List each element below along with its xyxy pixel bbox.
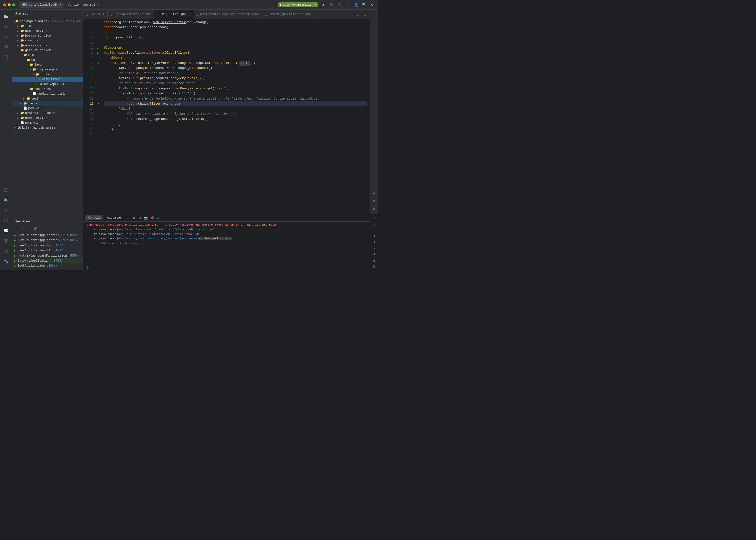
- minimize-button[interactable]: [8, 3, 11, 6]
- build-button[interactable]: 🔨: [337, 2, 342, 7]
- tree-item-borrow-service[interactable]: ▶ 📂 borrow-service: [12, 33, 83, 38]
- tree-item-external-libraries[interactable]: ▶ 📚 External Libraries: [12, 125, 83, 130]
- console-align-top[interactable]: ⬆: [372, 233, 377, 238]
- right-icon-1[interactable]: ≡: [371, 182, 377, 188]
- version-control-button[interactable]: Version control ▾: [68, 3, 99, 7]
- services-add[interactable]: +: [39, 226, 44, 231]
- right-scroll-down[interactable]: ↓: [371, 29, 377, 35]
- tree-item-pom-gateway[interactable]: ▶ 📄 pom.xml: [12, 106, 83, 111]
- service-item-hystrix[interactable]: ▶ HystrixDashBoardApplication :8900/: [12, 253, 83, 258]
- service-item-gateway[interactable]: ▶ GatewayApplication :8500/: [12, 258, 83, 263]
- service-item-user02[interactable]: ▶ UserApplication-02 :8102/: [12, 243, 83, 248]
- console-camera[interactable]: 📷: [144, 215, 149, 220]
- tree-item-commons[interactable]: ▶ 📂 commons: [12, 38, 83, 43]
- settings-icon[interactable]: ⚙: [370, 2, 375, 7]
- console-down[interactable]: ↓: [372, 221, 377, 226]
- console-tab-console[interactable]: Console: [85, 215, 103, 220]
- sidebar-item-bookmarks[interactable]: [2, 53, 11, 62]
- tree-item-book-service[interactable]: ▶ 📂 book-service: [12, 29, 83, 33]
- sidebar-item-git[interactable]: [2, 247, 11, 256]
- console-pin[interactable]: 📌: [150, 215, 155, 220]
- sidebar-item-vcs[interactable]: [2, 22, 11, 31]
- tree-item-filter[interactable]: ▾ 📂 filter: [12, 72, 83, 77]
- sidebar-item-gradle[interactable]: 🔧: [2, 257, 11, 266]
- run-config-button[interactable]: ▶ GatewayApplication ▾: [278, 2, 318, 7]
- service-item-user01[interactable]: ▶ UserApplication-01 :8101/: [12, 248, 83, 253]
- tree-item-idea[interactable]: ▶ 📂 .idea: [12, 24, 83, 29]
- tab-testfilter[interactable]: ☕ TestFilter.java ✕: [154, 10, 194, 19]
- service-item-book[interactable]: ▶ BookApplication :8081/: [12, 263, 83, 268]
- tree-item-org-example[interactable]: ▾ 📂 org.example: [12, 67, 83, 72]
- tree-eureka-server-name: eureka-server: [25, 44, 49, 47]
- tree-item-root[interactable]: ▾ 📁 springCloudStudy ~/Desktop/CS/JavaEl: [12, 19, 83, 24]
- tab-more-icon[interactable]: ⋯: [362, 13, 368, 19]
- sidebar-toggle-project[interactable]: [2, 12, 11, 21]
- sidebar-item-more[interactable]: ⋯: [2, 160, 11, 169]
- check-icon[interactable]: ✓: [370, 13, 376, 19]
- user-icon[interactable]: 👤: [354, 2, 359, 7]
- sidebar-item-commits[interactable]: [2, 32, 11, 41]
- code-content[interactable]: import org.springframework.web.server.Se…: [101, 19, 370, 214]
- console-icon-7[interactable]: 🖨: [372, 258, 377, 263]
- more-button[interactable]: ⋯: [346, 2, 351, 7]
- tree-item-eureka-server[interactable]: ▶ 📂 eureka-server: [12, 43, 83, 48]
- tree-item-gateway-server[interactable]: ▾ 📂 gateway-server: [12, 48, 83, 53]
- tab-gateway-app[interactable]: ☕ GatewayApplication.java: [262, 10, 314, 19]
- sidebar-item-plugins[interactable]: [2, 42, 11, 52]
- search-icon[interactable]: 🔍: [362, 2, 367, 7]
- tab-close-icon[interactable]: ✕: [189, 13, 191, 16]
- debug-button[interactable]: 🐞: [329, 2, 334, 7]
- console-stop[interactable]: ⏹: [131, 215, 136, 220]
- tree-item-user-service[interactable]: ▶ 📂 user-service: [12, 115, 83, 120]
- code-line-28: }: [104, 127, 367, 132]
- sidebar-item-terminal[interactable]: [2, 186, 11, 195]
- svg-rect-12: [5, 47, 6, 48]
- services-pin[interactable]: 📌: [33, 226, 38, 231]
- sidebar-item-problems[interactable]: ⚠: [2, 175, 11, 185]
- tree-item-src[interactable]: ▾ 📂 src: [12, 53, 83, 58]
- services-filter[interactable]: ⊞: [27, 226, 32, 231]
- tab-book-application[interactable]: ☕ BookApplication.java: [108, 10, 154, 19]
- maximize-button[interactable]: [12, 3, 15, 6]
- console-icon-5[interactable]: ≡: [372, 246, 377, 251]
- sidebar-item-structure[interactable]: [2, 236, 11, 246]
- services-stop-all[interactable]: ✕: [20, 226, 26, 231]
- console-trash[interactable]: 🗑: [372, 264, 377, 269]
- console-clear[interactable]: 🗑: [137, 215, 143, 220]
- console-icon-6[interactable]: ≣: [372, 252, 377, 257]
- sidebar-item-database[interactable]: [2, 216, 11, 225]
- console-wrap[interactable]: ⇄: [156, 215, 161, 220]
- tree-item-application-yml[interactable]: ▶ 📄 application.yml: [12, 91, 83, 96]
- tree-item-main[interactable]: ▾ 📂 main: [12, 58, 83, 63]
- run-button[interactable]: ▶: [321, 2, 326, 7]
- tree-item-target[interactable]: ▶ 📂 target: [12, 101, 83, 106]
- right-icon-4[interactable]: 🗑: [371, 206, 377, 212]
- close-button[interactable]: [3, 3, 6, 6]
- tree-item-java[interactable]: ▾ 📂 java: [12, 63, 83, 67]
- tree-item-hystrix[interactable]: ▶ 📂 hystrix-dashboard: [12, 111, 83, 115]
- tree-item-test[interactable]: ▶ 📂 test: [12, 96, 83, 101]
- right-scroll-up[interactable]: ↑: [371, 21, 377, 27]
- service-item-eureka01[interactable]: ▶ EurekaServerApplication-01 :8801/: [12, 238, 83, 243]
- console-tab-actuator[interactable]: Actuator: [104, 215, 124, 220]
- console-restart[interactable]: ↺: [125, 215, 130, 220]
- tree-item-gateway-application[interactable]: ▶ ☕ GatewayApplication: [12, 82, 83, 86]
- console-more[interactable]: ⋯: [162, 215, 167, 220]
- services-collapse-all[interactable]: ⬆: [14, 226, 19, 231]
- console-align-bottom[interactable]: ⬇: [372, 239, 377, 244]
- tab-hystrix-app[interactable]: ☕ HystrixDashBoardApplication.java: [194, 10, 262, 19]
- sidebar-item-ai[interactable]: 💬: [2, 226, 11, 235]
- tree-item-pom-root[interactable]: ▶ 📄 pom.xml: [12, 120, 83, 125]
- right-icon-3[interactable]: 🖨: [371, 198, 377, 204]
- tree-item-testfilter[interactable]: ▶ ☕ TestFilter: [12, 77, 83, 82]
- right-icon-2[interactable]: ≣: [371, 190, 377, 196]
- sidebar-item-run[interactable]: [2, 206, 11, 215]
- sidebar-item-search[interactable]: 🔍: [2, 196, 11, 205]
- console-up[interactable]: ↑: [372, 215, 377, 220]
- tab-ler-java[interactable]: ☕ ler.java: [83, 10, 108, 19]
- project-selector[interactable]: SC springCloudStudy ▾: [19, 2, 63, 8]
- service-item-eureka02[interactable]: ▶ EurekaServerApplication-02 :8802/: [12, 233, 83, 238]
- console-line-1: Suppressed: java.lang.UnsatisfiedLinkErr…: [86, 223, 368, 227]
- tab-list-icon[interactable]: ▾: [355, 13, 361, 19]
- tree-item-resources[interactable]: ▾ 📂 resources: [12, 86, 83, 91]
